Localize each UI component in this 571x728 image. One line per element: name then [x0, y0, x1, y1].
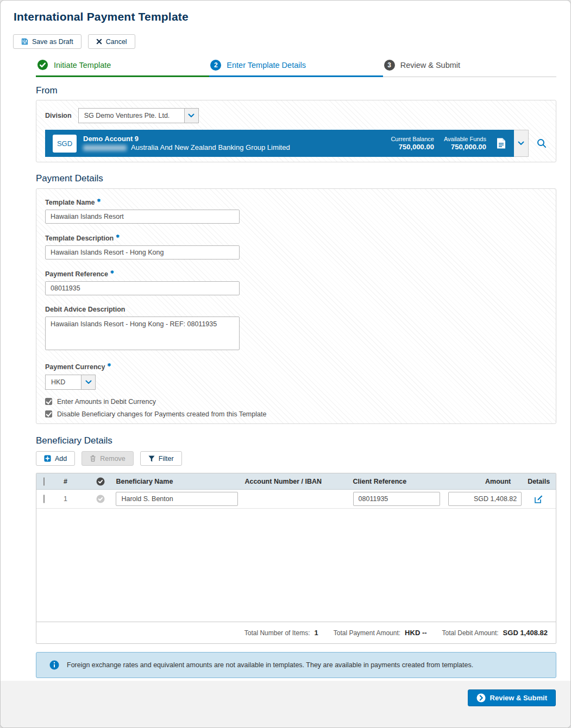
step-number-badge: 3	[384, 60, 395, 71]
trash-icon	[90, 455, 96, 462]
division-selected-value: SG Demo Ventures Pte. Ltd.	[78, 108, 184, 123]
payment-details-heading: Payment Details	[36, 173, 556, 184]
template-description-group: Template Description	[45, 234, 547, 259]
current-balance-label: Current Balance	[391, 135, 434, 143]
filter-label: Filter	[159, 455, 174, 463]
page-footer: Review & Submit	[1, 681, 570, 727]
header-client-reference: Client Reference	[353, 478, 445, 485]
step-enter-template-details[interactable]: 2 Enter Template Details	[209, 59, 382, 77]
row-client-ref-cell	[353, 492, 445, 506]
currency-badge: SGD	[53, 135, 77, 153]
beneficiary-toolbar: Add Remove Filter	[36, 451, 570, 466]
available-funds-label: Available Funds	[444, 135, 486, 143]
select-all-checkbox[interactable]	[43, 477, 45, 486]
close-icon	[96, 39, 102, 45]
payment-currency-label: Payment Currency	[45, 363, 547, 371]
payment-details-panel: Template Name Template Description Payme…	[36, 188, 556, 424]
header-account-number: Account Number / IBAN	[243, 478, 353, 485]
cancel-button[interactable]: Cancel	[88, 34, 135, 49]
template-description-input[interactable]	[45, 245, 240, 259]
check-circle-icon	[96, 495, 105, 503]
beneficiary-name-input[interactable]	[116, 492, 238, 506]
template-name-label: Template Name	[45, 198, 547, 206]
template-name-input[interactable]	[45, 210, 240, 224]
division-row: Division SG Demo Ventures Pte. Ltd.	[45, 108, 547, 123]
division-select[interactable]: SG Demo Ventures Pte. Ltd.	[78, 108, 199, 123]
chevron-down-icon	[188, 113, 194, 118]
total-payment-label: Total Payment Amount:	[334, 629, 400, 637]
add-label: Add	[55, 455, 67, 463]
header-number: #	[58, 478, 85, 485]
remove-beneficiary-button[interactable]: Remove	[81, 451, 134, 466]
account-balances: Current Balance 750,000.00 Available Fun…	[391, 135, 506, 151]
header-valid-cell	[85, 477, 116, 486]
debit-advice-label: Debit Advice Description	[45, 306, 547, 313]
table-totals-bar: Total Number of Items: 1 Total Payment A…	[36, 622, 556, 643]
document-icon[interactable]	[496, 137, 506, 149]
beneficiary-row: 1	[36, 490, 556, 509]
division-dropdown-button[interactable]	[184, 108, 199, 123]
from-panel: Division SG Demo Ventures Pte. Ltd. SGD …	[36, 100, 556, 162]
row-valid-cell	[85, 495, 116, 503]
info-banner-text: Foreign exchange rates and equivalent am…	[67, 661, 473, 669]
header-select-all-cell	[36, 478, 58, 485]
international-payment-template-page: International Payment Template Save as D…	[0, 0, 571, 728]
row-select-cell	[36, 495, 58, 503]
account-number-redacted	[83, 145, 127, 151]
edit-icon[interactable]	[534, 495, 543, 504]
check-circle-icon	[37, 59, 48, 71]
chevron-down-icon	[518, 141, 524, 145]
total-payment-value: HKD --	[405, 629, 426, 637]
payment-currency-select[interactable]: HKD	[45, 375, 96, 390]
selected-account-card[interactable]: SGD Demo Account 9 Australia And New Zea…	[45, 130, 514, 157]
beneficiary-table: # Beneficiary Name Account Number / IBAN…	[36, 473, 556, 644]
step-initiate-template[interactable]: Initiate Template	[36, 59, 209, 77]
review-submit-label: Review & Submit	[490, 694, 547, 702]
total-items: Total Number of Items: 1	[244, 629, 318, 637]
disable-beneficiary-checkbox[interactable]	[45, 410, 52, 417]
step-label: Initiate Template	[54, 59, 111, 71]
debit-currency-checkbox-label: Enter Amounts in Debit Currency	[57, 398, 156, 406]
template-name-group: Template Name	[45, 198, 547, 224]
progress-steps: Initiate Template 2 Enter Template Detai…	[36, 59, 556, 77]
debit-advice-group: Debit Advice Description Hawaiian Island…	[45, 306, 547, 352]
debit-currency-checkbox[interactable]	[45, 398, 52, 405]
payment-reference-input[interactable]	[45, 281, 240, 295]
payment-reference-group: Payment Reference	[45, 270, 547, 295]
account-row: SGD Demo Account 9 Australia And New Zea…	[45, 130, 547, 157]
payment-currency-value: HKD	[45, 375, 81, 390]
account-search-button[interactable]	[536, 138, 547, 149]
page-header: International Payment Template	[1, 1, 570, 23]
filter-button[interactable]: Filter	[140, 451, 182, 466]
account-subline: Australia And New Zealand Banking Group …	[83, 143, 290, 152]
filter-funnel-icon	[148, 455, 155, 462]
account-expand-button[interactable]	[514, 130, 529, 157]
total-payment-amount: Total Payment Amount: HKD --	[334, 629, 427, 637]
save-icon	[21, 38, 28, 45]
total-items-label: Total Number of Items:	[244, 629, 310, 637]
payment-reference-label: Payment Reference	[45, 270, 547, 278]
remove-label: Remove	[100, 455, 126, 463]
account-name: Demo Account 9	[83, 135, 290, 143]
save-as-draft-button[interactable]: Save as Draft	[13, 34, 81, 49]
bank-name: Australia And New Zealand Banking Group …	[131, 143, 290, 152]
header-details: Details	[522, 478, 556, 485]
available-funds-value: 750,000.00	[444, 143, 486, 151]
row-checkbox[interactable]	[43, 495, 45, 503]
save-as-draft-label: Save as Draft	[32, 38, 73, 46]
disable-beneficiary-checkbox-row: Disable Beneficiary changes for Payments…	[45, 410, 547, 418]
amount-input[interactable]	[448, 492, 522, 506]
header-beneficiary-name: Beneficiary Name	[116, 478, 243, 485]
chevron-down-icon	[85, 380, 92, 384]
payment-currency-dropdown-button[interactable]	[81, 375, 96, 390]
cancel-label: Cancel	[106, 38, 127, 46]
client-reference-input[interactable]	[353, 492, 440, 506]
debit-advice-textarea[interactable]: Hawaiian Islands Resort - Hong Kong - RE…	[45, 316, 240, 350]
step-review-submit[interactable]: 3 Review & Submit	[383, 59, 556, 77]
total-debit-amount: Total Debit Amount: SGD 1,408.82	[442, 629, 548, 637]
arrow-circle-right-icon	[476, 693, 486, 702]
step-label: Review & Submit	[400, 59, 460, 71]
from-section-heading: From	[36, 85, 556, 96]
add-beneficiary-button[interactable]: Add	[36, 451, 75, 466]
review-submit-button[interactable]: Review & Submit	[468, 689, 556, 706]
